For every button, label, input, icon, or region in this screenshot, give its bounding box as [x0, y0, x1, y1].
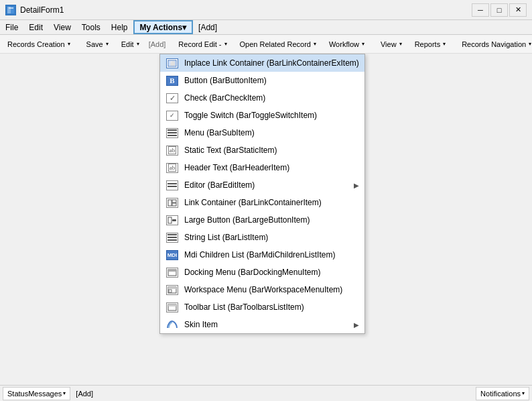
link-container-icon	[165, 197, 179, 208]
menu-add[interactable]: [Add]	[193, 20, 222, 34]
menu-icon	[165, 127, 179, 138]
status-messages[interactable]: StatusMessages ▾	[3, 387, 70, 400]
dropdown-arrow: ▾	[529, 41, 531, 47]
menu-bar: File Edit View Tools Help My Actions▾ [A…	[0, 20, 532, 35]
dropdown-item-toolbar-list[interactable]: Toolbar List (BarToolbarsListItem)	[160, 298, 364, 316]
toolbar-view[interactable]: View ▾	[375, 37, 408, 52]
main-content: ⬜ Inplace Link Container (BarLinkContain…	[0, 54, 532, 385]
toolbar-list-label: Toolbar List (BarToolbarsListItem)	[184, 302, 359, 312]
dropdown-item-button[interactable]: B Button (BarButtonItem)	[160, 72, 364, 89]
svg-rect-7	[172, 200, 176, 203]
toolbar-add-bracket: [Add]	[146, 40, 169, 48]
toolbar-edit[interactable]: Edit ▾	[115, 37, 145, 52]
svg-text:⬜: ⬜	[170, 61, 176, 66]
svg-rect-17	[168, 304, 176, 306]
dropdown-item-workspace[interactable]: Workspace Menu (BarWorkspaceMenuItem)	[160, 281, 364, 298]
toolbar-open-related[interactable]: Open Related Record ▾	[234, 37, 322, 52]
toolbar-list-icon	[165, 302, 179, 312]
menu-edit[interactable]: Edit	[23, 20, 48, 34]
app-icon	[5, 5, 16, 15]
menu-file[interactable]: File	[0, 20, 23, 34]
large-button-label: Large Button (BarLargeButtonItem)	[184, 215, 359, 225]
notifications[interactable]: Notifications ▾	[476, 387, 529, 400]
inplace-link-icon: ⬜	[165, 58, 179, 68]
string-list-icon	[165, 232, 179, 243]
toolbar-row: Records Creation ▾ Save ▾ Edit ▾ [Add] R…	[0, 35, 532, 54]
skin-icon	[165, 319, 179, 330]
dropdown-item-static[interactable]: ab Static Text (BarStaticItem)	[160, 141, 364, 159]
menu-tools[interactable]: Tools	[76, 20, 106, 34]
toolbar-record-edit[interactable]: Record Edit - ▾	[172, 37, 232, 52]
skin-submenu-arrow: ▶	[354, 321, 359, 329]
dropdown-arrow: ▾	[362, 41, 364, 47]
dropdown-item-string-list[interactable]: String List (BarListItem)	[160, 229, 364, 246]
svg-rect-9	[168, 217, 172, 223]
minimize-button[interactable]: ─	[472, 3, 489, 17]
dropdown-arrow-status: ▾	[63, 390, 66, 396]
toggle-label: Toggle Switch (BarToggleSwitchItem)	[184, 111, 359, 120]
skin-label: Skin Item	[184, 320, 348, 329]
dropdown-arrow: ▾	[443, 41, 446, 47]
dropdown-item-editor[interactable]: Editor (BarEditItem) ▶	[160, 176, 364, 194]
header-icon: ab	[165, 162, 179, 173]
editor-label: Editor (BarEditItem)	[184, 180, 348, 190]
dropdown-arrow: ▾	[224, 41, 227, 47]
toolbar-records-navigation[interactable]: Records Navigation ▾	[456, 37, 532, 52]
maximize-button[interactable]: □	[490, 3, 508, 17]
svg-rect-15	[169, 290, 172, 292]
dropdown-arrow: ▾	[106, 41, 109, 47]
status-bar: StatusMessages ▾ [Add] Notifications ▾	[0, 385, 532, 401]
dropdown-item-check[interactable]: ✓ Check (BarCheckItem)	[160, 89, 364, 107]
check-icon: ✓	[165, 93, 179, 103]
toolbar-records-creation[interactable]: Records Creation ▾	[1, 37, 76, 52]
window-title: DetailForm1	[20, 5, 472, 15]
editor-icon	[165, 180, 179, 190]
docking-icon	[165, 267, 179, 278]
static-icon: ab	[165, 145, 179, 156]
dropdown-item-skin[interactable]: Skin Item ▶	[160, 316, 364, 333]
toggle-icon: ✓	[165, 110, 179, 121]
menu-view[interactable]: View	[48, 20, 76, 34]
dropdown-arrow: ▾	[68, 41, 70, 47]
dropdown-item-toggle[interactable]: ✓ Toggle Switch (BarToggleSwitchItem)	[160, 107, 364, 124]
dropdown-arrow: ▾	[314, 41, 316, 47]
menu-help[interactable]: Help	[106, 20, 133, 34]
dropdown-item-large-button[interactable]: Large Button (BarLargeButtonItem)	[160, 211, 364, 229]
link-container-label: Link Container (BarLinkContainerItem)	[184, 198, 359, 207]
svg-rect-6	[168, 200, 172, 206]
toolbar-save[interactable]: Save ▾	[80, 37, 115, 52]
editor-submenu-arrow: ▶	[354, 182, 359, 189]
close-button[interactable]: ✕	[509, 3, 527, 17]
svg-rect-10	[172, 219, 176, 221]
toolbar-workflow[interactable]: Workflow ▾	[323, 37, 371, 52]
workspace-label: Workspace Menu (BarWorkspaceMenuItem)	[184, 285, 359, 294]
inplace-link-label: Inplace Link Container (BarLinkContainer…	[184, 58, 359, 68]
dropdown-item-link-container[interactable]: Link Container (BarLinkContainerItem)	[160, 194, 364, 211]
svg-rect-12	[168, 270, 176, 272]
button-label: Button (BarButtonItem)	[184, 76, 359, 85]
dropdown-item-mdi[interactable]: MDI Mdi Children List (BarMdiChildrenLis…	[160, 246, 364, 264]
title-bar: DetailForm1 ─ □ ✕	[0, 0, 532, 20]
menu-label: Menu (BarSubItem)	[184, 128, 359, 137]
dropdown-item-menu[interactable]: Menu (BarSubItem)	[160, 124, 364, 141]
mdi-label: Mdi Children List (BarMdiChildrenListIte…	[184, 250, 359, 260]
dropdown-item-header[interactable]: ab Header Text (BarHeaderItem)	[160, 159, 364, 176]
svg-rect-2	[9, 7, 13, 9]
mdi-icon: MDI	[165, 249, 179, 260]
svg-rect-8	[172, 203, 176, 206]
dropdown-arrow: ▾	[137, 41, 139, 47]
button-icon: B	[165, 75, 179, 86]
menu-my-actions[interactable]: My Actions▾	[133, 20, 194, 34]
dropdown-arrow: ▾	[399, 41, 402, 47]
header-label: Header Text (BarHeaderItem)	[184, 163, 359, 172]
large-button-icon	[165, 215, 179, 225]
dropdown-item-docking[interactable]: Docking Menu (BarDockingMenuItem)	[160, 264, 364, 281]
status-left: StatusMessages ▾ [Add]	[3, 387, 96, 400]
check-label: Check (BarCheckItem)	[184, 93, 359, 103]
workspace-icon	[165, 284, 179, 295]
toolbar-reports[interactable]: Reports ▾	[409, 37, 452, 52]
dropdown-item-inplace-link[interactable]: ⬜ Inplace Link Container (BarLinkContain…	[160, 54, 364, 72]
status-right: Notifications ▾	[476, 387, 529, 400]
dropdown-arrow-notifications: ▾	[522, 390, 525, 396]
status-add[interactable]: [Add]	[73, 390, 96, 398]
